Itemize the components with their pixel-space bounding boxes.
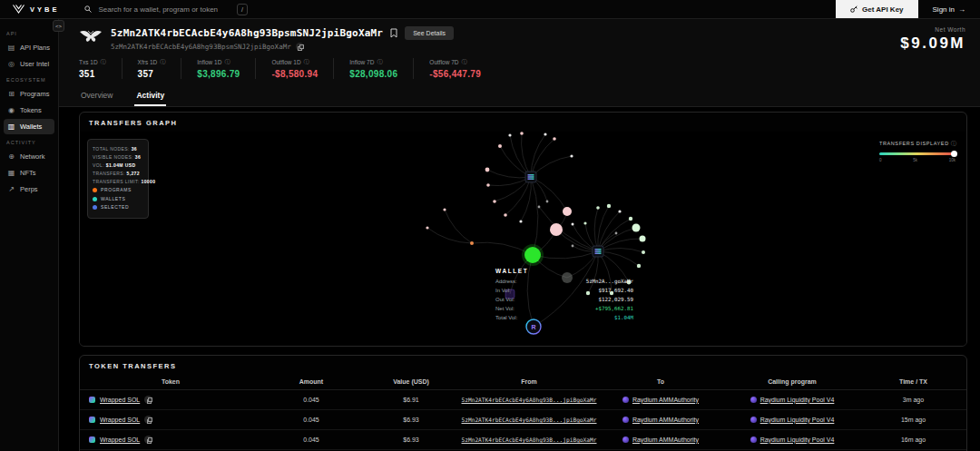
graph-node-dot[interactable] <box>618 210 621 212</box>
tooltip-title: WALLET <box>495 268 633 274</box>
graph-node-dot[interactable] <box>550 223 563 236</box>
slider-label: TRANSFERS DISPLAYED ⓘ <box>879 140 956 148</box>
nfts-icon: ▦ <box>7 170 15 177</box>
graph-node-dot[interactable] <box>642 250 645 254</box>
tab-bar: OverviewActivity <box>59 85 980 107</box>
graph-edge <box>531 177 538 255</box>
graph-node-dot[interactable] <box>493 200 496 203</box>
graph-node-dot[interactable] <box>640 236 646 242</box>
stat-txs-1d: Txs 1Dⓘ351 <box>79 58 122 79</box>
token-link[interactable]: Wrapped SOL <box>100 436 140 443</box>
tab-overview[interactable]: Overview <box>79 85 114 106</box>
calling-program-link[interactable]: Raydium Liquidity Pool V4 <box>760 397 835 403</box>
solana-program-node-icon[interactable] <box>593 246 603 257</box>
copy-address-icon[interactable] <box>296 43 304 51</box>
graph-node-dot[interactable] <box>563 207 572 216</box>
see-details-button[interactable]: See Details <box>405 26 454 40</box>
slider-tick: 5k <box>913 158 917 162</box>
graph-node-dot[interactable] <box>615 232 618 235</box>
program-icon <box>750 436 757 443</box>
wrapped-sol-token-icon <box>89 397 95 403</box>
graph-node-dot[interactable] <box>470 241 474 245</box>
calling-program-cell: Raydium Liquidity Pool V4 <box>724 397 860 404</box>
selected-wallet-node[interactable] <box>522 244 544 266</box>
to-link[interactable]: Raydium AMMAuthority <box>632 417 699 423</box>
sidebar-item-nfts[interactable]: ▦NFTs <box>4 165 54 181</box>
search-placeholder: Search for a wallet, program or token <box>98 5 218 14</box>
calling-program-cell: Raydium Liquidity Pool V4 <box>724 436 860 444</box>
slider-knob[interactable] <box>951 151 957 157</box>
copy-token-icon[interactable] <box>144 436 152 444</box>
transfers-graph-canvas[interactable]: R TOTAL NODES: 36VISIBLE NODES: 36VOL: $… <box>80 132 966 346</box>
info-icon: ⓘ <box>951 141 957 146</box>
graph-node-dot[interactable] <box>544 132 546 135</box>
graph-node-dot[interactable] <box>572 223 574 226</box>
graph-node-dot[interactable] <box>538 206 541 209</box>
graph-node-dot[interactable] <box>546 201 549 203</box>
get-api-key-button[interactable]: Get API Key <box>836 0 918 18</box>
copy-token-icon[interactable] <box>144 416 152 424</box>
slider-track[interactable] <box>879 152 956 155</box>
topbar-spacer <box>248 0 836 18</box>
to-link[interactable]: Raydium AMMAuthority <box>632 436 699 443</box>
sidebar-item-label: Network <box>20 152 45 161</box>
graph-node-dot[interactable] <box>596 206 600 210</box>
calling-program-link[interactable]: Raydium Liquidity Pool V4 <box>760 436 835 443</box>
graph-info-total-nodes: TOTAL NODES: 36 <box>93 145 143 153</box>
wallets-icon: ▥ <box>7 123 15 131</box>
amount-cell: 0.045 <box>261 436 361 443</box>
program-icon <box>622 397 629 403</box>
graph-node-dot[interactable] <box>485 168 490 172</box>
tab-activity[interactable]: Activity <box>134 85 166 106</box>
sidebar-collapse-button[interactable]: <> <box>53 20 64 32</box>
stat-inflow-1d: Inflow 1Dⓘ$3,896.79 <box>181 58 255 79</box>
sidebar-item-programs[interactable]: ⊞Programs <box>4 86 54 102</box>
token-link[interactable]: Wrapped SOL <box>100 417 140 423</box>
graph-node-dot[interactable] <box>553 137 556 141</box>
from-address-link[interactable]: 5zMn2ATK4rbECAcbE4y6A8hg93B...jpiBgoXaMr <box>461 436 596 443</box>
global-search[interactable]: Search for a wallet, program or token / <box>72 0 248 18</box>
legend-dot-icon <box>93 197 97 201</box>
sidebar-item-network[interactable]: ⊕Network <box>4 149 54 164</box>
graph-node-dot[interactable] <box>443 208 446 211</box>
graph-node-dot[interactable] <box>572 245 574 248</box>
sidebar-item-tokens[interactable]: ◉Tokens <box>4 103 54 118</box>
from-address-link[interactable]: 5zMn2ATK4rbECAcbE4y6A8hg93B...jpiBgoXaMr <box>461 397 596 403</box>
graph-edge <box>427 228 472 243</box>
graph-node-dot[interactable] <box>570 154 573 157</box>
sidebar-item-label: Perps <box>20 185 38 193</box>
graph-node-dot[interactable] <box>504 213 507 217</box>
sidebar-item-perps[interactable]: ↗Perps <box>4 181 54 197</box>
graph-node-dot[interactable] <box>426 226 428 229</box>
graph-node-dot[interactable] <box>520 132 524 135</box>
tooltip-row-address: Address:5zMn2A...goXaMr <box>495 278 633 287</box>
solana-program-node-icon[interactable] <box>525 172 536 182</box>
table-row: Wrapped SOL0.045$6.915zMn2ATK4rbECAcbE4y… <box>80 390 966 410</box>
copy-token-icon[interactable] <box>144 396 152 404</box>
calling-program-link[interactable]: Raydium Liquidity Pool V4 <box>760 417 835 423</box>
graph-node-dot[interactable] <box>607 204 611 208</box>
to-link[interactable]: Raydium AMMAuthority <box>632 397 699 403</box>
graph-node-dot[interactable] <box>629 217 632 221</box>
token-link[interactable]: Wrapped SOL <box>100 397 140 403</box>
sign-in-button[interactable]: Sign in → <box>918 0 980 18</box>
graph-node-dot[interactable] <box>519 220 522 222</box>
sidebar-item-api-plans[interactable]: ▤API Plans <box>4 40 54 55</box>
graph-edge <box>531 156 572 177</box>
graph-node-dot[interactable] <box>632 224 641 232</box>
graph-node-dot[interactable] <box>498 144 502 148</box>
bookmark-icon[interactable] <box>390 28 397 38</box>
key-icon <box>850 5 858 13</box>
graph-node-dot[interactable] <box>583 221 586 224</box>
graph-edge <box>522 133 531 177</box>
sidebar-item-wallets[interactable]: ▥Wallets <box>4 119 54 134</box>
graph-node-dot[interactable] <box>486 183 490 187</box>
main-panel: <> 5zMn2ATK4rbECAcbE4y6A8hg93BpsmSNJ2jpi… <box>59 19 980 451</box>
graph-node-dot[interactable] <box>508 133 511 136</box>
graph-edge <box>487 170 531 178</box>
program-icon <box>750 397 757 403</box>
sidebar-item-user-intel[interactable]: ◎User Intel <box>4 56 54 72</box>
graph-node-dot[interactable] <box>637 264 641 268</box>
from-address-link[interactable]: 5zMn2ATK4rbECAcbE4y6A8hg93B...jpiBgoXaMr <box>461 417 596 423</box>
vybe-logo[interactable]: VYBE <box>0 0 72 18</box>
